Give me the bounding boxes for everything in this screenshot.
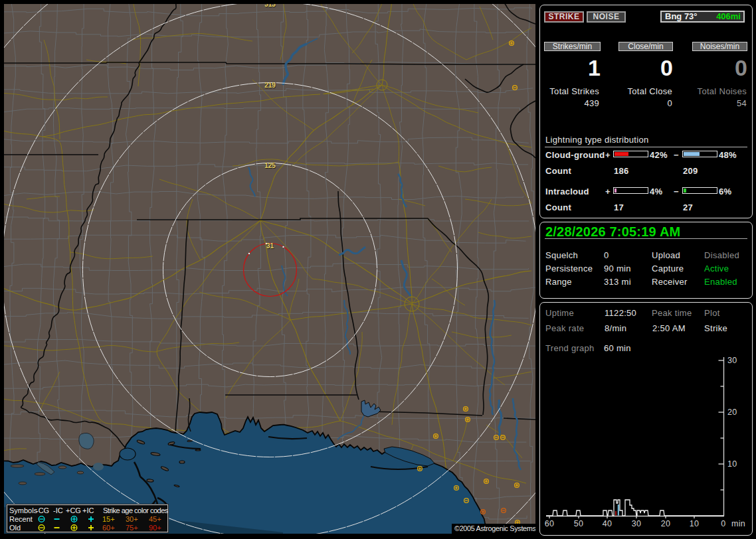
svg-text:31: 31 xyxy=(266,242,274,250)
svg-text:125: 125 xyxy=(264,162,276,169)
svg-text:313: 313 xyxy=(264,4,276,8)
svg-text:219: 219 xyxy=(264,82,276,89)
svg-text:©2005 Astrogenic Systems: ©2005 Astrogenic Systems xyxy=(454,524,535,532)
